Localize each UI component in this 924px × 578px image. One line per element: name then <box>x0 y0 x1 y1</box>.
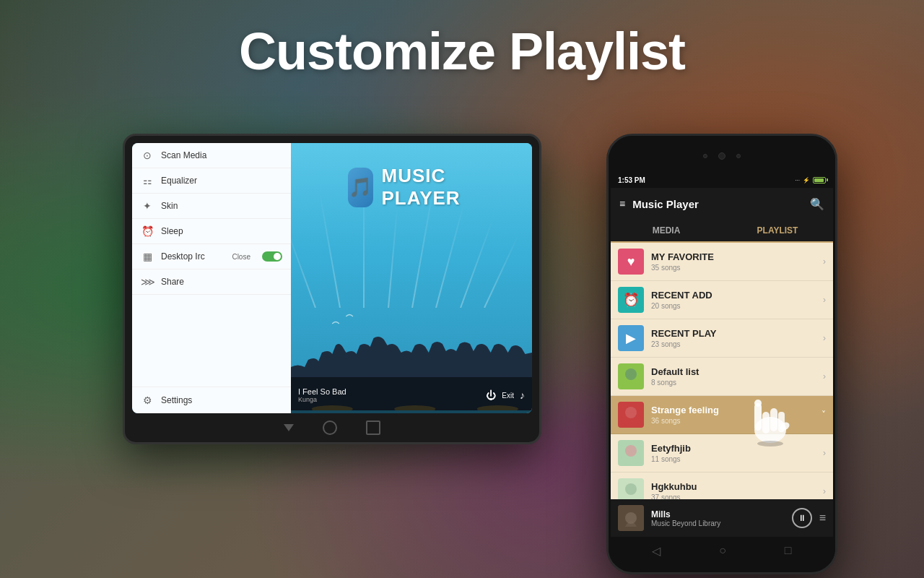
tablet-main-content: 🎵 MUSIC PLAYER <box>291 143 532 413</box>
search-icon[interactable]: 🔍 <box>810 197 824 211</box>
status-icons: ··· ⚡ <box>795 177 826 184</box>
app-logo-text: MUSIC PLAYER <box>382 165 476 210</box>
phone-device: 1:53 PM ··· ⚡ ≡ Music Player 🔍 MEDIA PLA… <box>606 134 837 574</box>
desktop-irc-toggle[interactable] <box>262 251 282 262</box>
phone-home-btn[interactable]: ○ <box>719 544 726 557</box>
menu-item-desktop-irc[interactable]: ▦ Desktop Irc Close <box>132 244 291 269</box>
tab-media[interactable]: MEDIA <box>611 220 722 241</box>
phone-header: ≡ Music Player 🔍 <box>611 188 833 220</box>
tablet-sidebar: ⊙ Scan Media ⚏ Equalizer ✦ Skin ⏰ Sleep … <box>132 143 291 413</box>
phone-speaker-2 <box>736 154 741 158</box>
status-time: 1:53 PM <box>618 176 645 184</box>
phone-top <box>609 136 835 172</box>
settings-icon: ⚙ <box>141 394 154 406</box>
nowplay-title: Mills <box>651 509 785 519</box>
playlist-thumbnail <box>618 402 644 428</box>
playlist-item[interactable]: Strange feeling 36 songs ˅ <box>611 396 833 434</box>
phone-speaker <box>703 154 707 158</box>
menu-label: Skin <box>161 201 282 211</box>
hamburger-menu-icon[interactable]: ≡ <box>619 198 625 210</box>
tablet-back-btn[interactable] <box>284 424 294 431</box>
menu-item-skin[interactable]: ✦ Skin <box>132 194 291 219</box>
exit-button[interactable]: Exit <box>502 392 514 400</box>
svg-point-14 <box>625 407 637 418</box>
tab-playlist[interactable]: PLAYLIST <box>722 220 833 243</box>
phone-back-btn[interactable]: ◁ <box>652 544 661 558</box>
menu-icon: ⏰ <box>141 225 154 237</box>
svg-point-17 <box>625 445 637 457</box>
power-icon[interactable]: ⏻ <box>486 389 496 401</box>
menu-label: Equalizer <box>161 176 282 186</box>
playlist-info: RECENT PLAY 23 songs <box>651 328 816 348</box>
tablet-device: ⊙ Scan Media ⚏ Equalizer ✦ Skin ⏰ Sleep … <box>123 134 541 444</box>
phone-screen: 1:53 PM ··· ⚡ ≡ Music Player 🔍 MEDIA PLA… <box>611 172 833 537</box>
chevron-icon: ˅ <box>821 410 826 420</box>
playlist-info: RECENT ADD 20 songs <box>651 290 816 310</box>
menu-item-equalizer[interactable]: ⚏ Equalizer <box>132 168 291 194</box>
menu-icon: ▦ <box>141 251 154 262</box>
nowplay-info: Mills Music Beyond Library <box>651 509 785 527</box>
playlist-item[interactable]: ▶ RECENT PLAY 23 songs › <box>611 319 833 358</box>
nowplay-thumbnail <box>618 505 644 531</box>
queue-icon[interactable]: ≡ <box>819 512 826 525</box>
menu-item-sleep[interactable]: ⏰ Sleep <box>132 219 291 244</box>
playlist-thumbnail: ♥ <box>618 249 644 275</box>
tablet-home-bar <box>125 417 539 439</box>
playlist-count: 23 songs <box>651 340 816 348</box>
playlist-item[interactable]: Eetyfhjib 11 songs › <box>611 434 833 473</box>
exit-label: Exit <box>502 392 514 400</box>
menu-label: Sleep <box>161 226 282 236</box>
app-title: Music Player <box>632 198 803 210</box>
tablet-logo: 🎵 MUSIC PLAYER <box>348 165 475 210</box>
page-title: Customize Playlist <box>0 22 924 81</box>
now-playing-bar: Mills Music Beyond Library ⏸ ≡ <box>611 499 833 537</box>
menu-item-share[interactable]: ⋙ Share <box>132 269 291 295</box>
playlist-item[interactable]: Default list 8 songs › <box>611 358 833 396</box>
playlist-count: 37 songs <box>651 493 816 499</box>
playlist-item[interactable]: ⏰ RECENT ADD 20 songs › <box>611 281 833 319</box>
phone-recents-btn[interactable]: □ <box>785 544 792 557</box>
menu-icon: ⋙ <box>141 276 154 288</box>
playlist-info: Hgkkuhbu 37 songs <box>651 481 816 499</box>
song-title: I Feel So Bad <box>298 387 479 396</box>
playlist-info: Strange feeling 36 songs <box>651 405 814 425</box>
menu-label: Scan Media <box>161 150 282 160</box>
tablet-home-btn[interactable] <box>323 420 337 435</box>
playlist-info: Eetyfhjib 11 songs <box>651 443 816 463</box>
svg-point-11 <box>625 368 637 380</box>
battery-icon <box>813 177 826 184</box>
menu-item-scan-media[interactable]: ⊙ Scan Media <box>132 143 291 168</box>
svg-point-20 <box>625 483 637 495</box>
settings-item[interactable]: ⚙ Settings <box>132 387 291 413</box>
phone-tabs: MEDIA PLAYLIST <box>611 220 833 243</box>
chevron-icon: › <box>823 333 826 343</box>
playlist-thumbnail <box>618 478 644 499</box>
playlist-name: RECENT ADD <box>651 290 816 301</box>
play-pause-button[interactable]: ⏸ <box>792 508 812 528</box>
svg-text:▶: ▶ <box>626 331 636 345</box>
chevron-icon: › <box>823 371 826 381</box>
playlist-thumbnail <box>618 363 644 389</box>
chevron-icon: › <box>823 295 826 305</box>
menu-icon: ⊙ <box>141 150 154 161</box>
svg-text:♥: ♥ <box>627 254 635 269</box>
menu-icon: ✦ <box>141 200 154 212</box>
chevron-icon: › <box>823 256 826 267</box>
song-artist: Kunga <box>298 396 479 403</box>
svg-text:⏰: ⏰ <box>623 292 640 308</box>
playlist-thumbnail <box>618 440 644 466</box>
playback-controls: ⏻ Exit ♪ <box>486 389 525 401</box>
playlist-container: ♥ MY FAVORITE 35 songs › ⏰ RECENT ADD 20… <box>611 243 833 499</box>
tablet-recents-btn[interactable] <box>366 420 380 435</box>
playlist-count: 35 songs <box>651 264 816 272</box>
playlist-item[interactable]: ♥ MY FAVORITE 35 songs › <box>611 243 833 281</box>
playlist-count: 11 songs <box>651 455 816 463</box>
tablet-screen: ⊙ Scan Media ⚏ Equalizer ✦ Skin ⏰ Sleep … <box>132 143 532 413</box>
settings-label: Settings <box>161 395 192 405</box>
music-note-icon: ♪ <box>520 389 525 401</box>
signal-dots: ··· <box>795 177 800 184</box>
song-info: I Feel So Bad Kunga <box>298 387 479 403</box>
playlist-thumbnail: ⏰ <box>618 287 644 313</box>
playlist-item[interactable]: Hgkkuhbu 37 songs › <box>611 473 833 499</box>
playlist-name: MY FAVORITE <box>651 251 816 262</box>
